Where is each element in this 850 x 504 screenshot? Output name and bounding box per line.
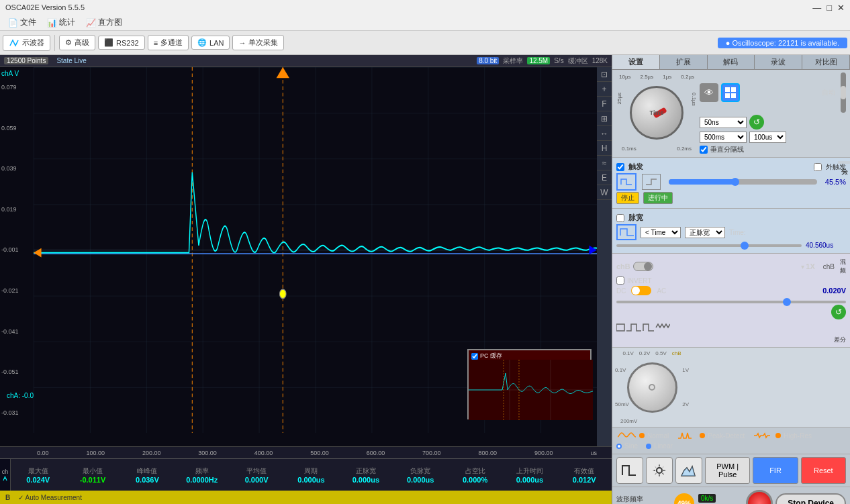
waveform-icon bbox=[620, 460, 640, 481]
thumbnail-checkbox[interactable] bbox=[471, 353, 478, 360]
tab-decode[interactable]: 解码 bbox=[708, 55, 755, 69]
sine-radio bbox=[616, 444, 622, 449]
pulse-width-select[interactable]: 正脉宽 bbox=[685, 227, 725, 238]
trigger-percent: 45.5% bbox=[825, 178, 846, 186]
stop-device-button[interactable]: Stop Device bbox=[775, 493, 846, 504]
ext-trigger-checkbox[interactable] bbox=[814, 163, 822, 171]
meas-rise: 上升时间 0.000us bbox=[502, 465, 557, 485]
tab-compare[interactable]: 对比图 bbox=[802, 55, 850, 69]
pwm-pulse-btn[interactable]: PWM | Pulse bbox=[705, 457, 750, 484]
tab-settings[interactable]: 设置 bbox=[612, 55, 660, 69]
vert-sep-checkbox[interactable] bbox=[700, 146, 708, 154]
chb-refresh-button[interactable]: ↺ bbox=[831, 305, 846, 319]
freq-display-col: 0k/s 1k/s bbox=[698, 494, 716, 504]
x-tick-4: 400.00 bbox=[254, 450, 273, 456]
info-bar: 12500 Points State Live 8.0 bit 采样率 12.5… bbox=[0, 55, 612, 67]
chb-toggle[interactable] bbox=[633, 262, 653, 271]
gear-btn[interactable] bbox=[646, 457, 673, 484]
grid-icon-btn[interactable] bbox=[721, 83, 740, 102]
x-tick-7: 700.00 bbox=[422, 450, 441, 456]
pulse-wave-icon[interactable] bbox=[616, 224, 636, 240]
e-button[interactable]: E bbox=[597, 170, 612, 185]
pulse-checkbox[interactable] bbox=[616, 214, 624, 222]
waveform-btn[interactable] bbox=[616, 457, 643, 484]
meas-neg-width: 负脉宽 0.000us bbox=[393, 465, 448, 485]
trigger-thumb[interactable] bbox=[731, 178, 739, 186]
x-tick-2: 200.00 bbox=[142, 450, 161, 456]
x-tick-0: 0.00 bbox=[37, 450, 49, 456]
eye-icon-btn[interactable]: 👁 bbox=[700, 83, 718, 102]
freq-display-1: 0k/s bbox=[698, 494, 716, 503]
acq-peak[interactable]: Peak-Detect bbox=[677, 432, 745, 440]
trigger-controls: 45.5% bbox=[616, 173, 846, 191]
trigger-type-btn[interactable] bbox=[616, 173, 636, 191]
fir-btn[interactable]: FIR bbox=[753, 457, 798, 484]
meas-duty: 占空比 0.000% bbox=[448, 465, 502, 485]
trigger-run-btn[interactable]: 进行中 bbox=[643, 192, 673, 204]
chb-knob[interactable] bbox=[627, 362, 677, 413]
toolbar-lan[interactable]: 🌐 LAN bbox=[191, 36, 230, 50]
reset-btn[interactable]: Reset bbox=[801, 457, 846, 484]
close-button[interactable]: ✕ bbox=[837, 3, 845, 13]
refresh-button[interactable]: ↺ bbox=[749, 115, 764, 130]
dc-ac-toggle[interactable] bbox=[631, 286, 651, 295]
right-panel-tabs: 设置 扩展 解码 录波 对比图 bbox=[612, 55, 850, 70]
trigger-btns: 停止 进行中 bbox=[616, 192, 846, 204]
menu-file[interactable]: 📄 文件 bbox=[3, 15, 42, 30]
acq-normal[interactable]: Normal bbox=[616, 432, 669, 440]
toolbar-oscilloscope[interactable]: 示波器 bbox=[3, 35, 50, 51]
auto-label: 自动 bbox=[822, 88, 835, 97]
zoom-in-button[interactable]: + bbox=[597, 82, 612, 97]
w-button[interactable]: ≈ bbox=[597, 156, 612, 170]
spectrum-btn[interactable] bbox=[675, 457, 702, 484]
acq-hires[interactable]: High-Res bbox=[753, 432, 812, 440]
time-knob-label: Time bbox=[650, 109, 664, 116]
minimize-button[interactable]: — bbox=[812, 3, 821, 13]
chb-voltage: 0.020V bbox=[822, 287, 846, 295]
interp-linear[interactable]: Linear bbox=[646, 442, 673, 450]
buf-label: 缓冲区 bbox=[568, 56, 588, 66]
zoom-fit-button[interactable]: ⊡ bbox=[597, 67, 612, 82]
chart-container[interactable]: chA V 425.070us T: 0.014 V chA: -0.037 V… bbox=[0, 67, 612, 446]
maximize-button[interactable]: □ bbox=[827, 3, 832, 13]
x-tick-3: 300.00 bbox=[198, 450, 217, 456]
thumbnail-label: PC 缓存 bbox=[471, 352, 502, 360]
pulse-time-slider[interactable] bbox=[616, 244, 802, 247]
trigger-checkbox[interactable] bbox=[616, 163, 624, 171]
grid-button[interactable]: ⊞ bbox=[597, 111, 612, 126]
linear-radio bbox=[646, 444, 651, 449]
window-controls[interactable]: — □ ✕ bbox=[812, 3, 845, 13]
pulse-time-select[interactable]: < Time bbox=[641, 227, 681, 238]
time-scrollbar[interactable] bbox=[841, 72, 846, 113]
vert-sep-row: 垂直分隔线 bbox=[700, 145, 846, 154]
h-button[interactable]: H bbox=[597, 141, 612, 156]
tab-extend[interactable]: 扩展 bbox=[660, 55, 708, 69]
menu-stats[interactable]: 📊 统计 bbox=[42, 15, 81, 30]
time-knob[interactable]: Time bbox=[630, 86, 683, 140]
chb-coupling-row: DC AC 0.020V bbox=[616, 285, 846, 297]
tab-record[interactable]: 录波 bbox=[755, 55, 802, 69]
pulse-time-label: Time: bbox=[729, 229, 746, 236]
toolbar-single[interactable]: → 单次采集 bbox=[232, 35, 284, 50]
toolbar-advanced[interactable]: ⚙ 高级 bbox=[59, 35, 95, 50]
hires-dot bbox=[775, 433, 781, 438]
pc-thumbnail: PC 缓存 bbox=[467, 349, 592, 419]
time-offset-select[interactable]: 100us bbox=[749, 132, 786, 143]
chb-voltage-slider[interactable] bbox=[616, 301, 846, 303]
w-icon[interactable]: W bbox=[597, 185, 612, 200]
toolbar-rs232[interactable]: ⬛ RS232 bbox=[98, 36, 145, 50]
time-fine-select[interactable]: 50ns bbox=[700, 117, 747, 128]
menu-histogram[interactable]: 📈 直方图 bbox=[81, 15, 128, 30]
interp-sine[interactable]: Sine bbox=[616, 442, 638, 450]
invert-checkbox[interactable] bbox=[616, 276, 624, 285]
meas-freq: 频率 0.0000Hz bbox=[175, 465, 229, 485]
trigger-stop-btn[interactable]: 停止 bbox=[616, 192, 639, 204]
multichannel-icon: ≡ bbox=[154, 39, 158, 47]
h-expand-button[interactable]: ↔ bbox=[597, 126, 612, 141]
trigger-mode-btn[interactable] bbox=[642, 174, 661, 190]
time-coarse-select[interactable]: 500ms bbox=[700, 132, 747, 143]
chb-section: chB ▾ 1X chB 混频 INVERT DC bbox=[612, 254, 850, 348]
f-button[interactable]: F bbox=[597, 97, 612, 111]
toolbar-multichannel[interactable]: ≡ 多通道 bbox=[148, 35, 189, 50]
meas-avg: 平均值 0.000V bbox=[229, 465, 283, 485]
